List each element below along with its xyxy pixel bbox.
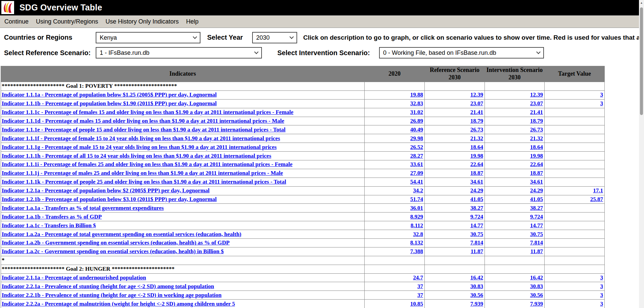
value-2020-link[interactable]: 28.27 xyxy=(410,153,423,159)
value-reference-2030-link[interactable]: 21.32 xyxy=(470,135,483,142)
value-2020-link[interactable]: 26.52 xyxy=(410,144,423,150)
indicator-link[interactable]: Indicator 1.1.1h - Percentage of all 15 … xyxy=(2,153,271,159)
value-target-link[interactable]: 3 xyxy=(600,274,603,281)
indicator-link[interactable]: Indicator 2.2.1a - Prevalence of stuntin… xyxy=(2,283,214,290)
value-reference-2030-link[interactable]: 9.724 xyxy=(470,214,483,220)
value-intervention-2030-link[interactable]: 7.814 xyxy=(530,239,543,246)
indicator-link[interactable]: Indicator 1.1.1k - Percentage of people … xyxy=(2,179,286,185)
value-intervention-2030-link[interactable]: 30.75 xyxy=(530,231,543,237)
value-2020-link[interactable]: 26.89 xyxy=(410,118,423,124)
indicator-link[interactable]: Indicator 1.a.2b - Government spending o… xyxy=(2,239,230,246)
value-2020-link[interactable]: 8.112 xyxy=(411,222,423,229)
value-intervention-2030-link[interactable]: 16.42 xyxy=(530,274,543,281)
indicator-link[interactable]: Indicator 1.a.1c - Transfers in Billion … xyxy=(2,222,96,229)
value-2020-link[interactable]: 32.8 xyxy=(413,231,423,237)
value-2020-link[interactable]: 24.7 xyxy=(413,274,423,281)
value-intervention-2030-link[interactable]: 11.87 xyxy=(531,248,543,255)
value-reference-2030-link[interactable]: 22.64 xyxy=(470,161,483,167)
value-2020-link[interactable]: 7.388 xyxy=(410,248,423,255)
country-select[interactable]: Kenya xyxy=(96,32,200,43)
indicator-link[interactable]: Indicator 1.1.1c - Percentage of females… xyxy=(2,109,293,115)
value-2020-link[interactable]: 8.929 xyxy=(410,214,423,220)
value-intervention-2030-link[interactable]: 26.73 xyxy=(530,126,543,133)
value-target-link[interactable]: 3 xyxy=(600,301,603,307)
indicator-link[interactable]: Indicator 2.2.2a - Percentage of malnutr… xyxy=(2,301,235,307)
value-2020-link[interactable]: 54.41 xyxy=(410,179,423,185)
year-select[interactable]: 2030 xyxy=(252,32,297,43)
value-reference-2030-link[interactable]: 23.07 xyxy=(470,100,483,107)
value-reference-2030-link[interactable]: 7.814 xyxy=(470,239,483,246)
value-target-link[interactable]: 3 xyxy=(600,91,603,98)
indicator-link[interactable]: Indicator 1.a.1b - Transfers as % of GDP xyxy=(2,214,102,220)
value-2020-link[interactable]: 37 xyxy=(417,283,423,290)
indicator-link[interactable]: Indicator 1.1.1i - Percentage of females… xyxy=(2,161,292,167)
value-2020-link[interactable]: 51.74 xyxy=(410,196,423,202)
value-reference-2030-link[interactable]: 30.83 xyxy=(470,283,483,290)
value-intervention-2030-link[interactable]: 23.07 xyxy=(530,100,543,107)
indicator-link[interactable]: Indicator 1.a.2c - Government spending o… xyxy=(2,248,224,255)
intervention-scenario-select[interactable]: 0 - Working File, based on IFsBase.run.d… xyxy=(379,47,544,59)
value-intervention-2030-link[interactable]: 38.27 xyxy=(530,205,543,211)
value-intervention-2030-link[interactable]: 12.39 xyxy=(530,91,543,98)
value-reference-2030-link[interactable]: 11.87 xyxy=(471,248,483,255)
menu-item-continue[interactable]: Continue xyxy=(4,18,29,25)
value-2020-link[interactable]: 40.49 xyxy=(410,126,423,133)
value-reference-2030-link[interactable]: 18.87 xyxy=(470,170,483,176)
menu-item-help[interactable]: Help xyxy=(186,18,198,25)
value-2020-link[interactable]: 27.09 xyxy=(410,170,423,176)
value-reference-2030-link[interactable]: 12.39 xyxy=(470,91,483,98)
indicator-link[interactable]: Indicator 2.1.1a - Percentage of underno… xyxy=(2,274,146,281)
scroll-up-arrow-icon[interactable]: ▲ xyxy=(639,0,644,6)
value-target-link[interactable]: 17.1 xyxy=(593,187,603,194)
scrollbar-thumb[interactable] xyxy=(640,7,643,115)
value-target-link[interactable]: 3 xyxy=(600,292,603,298)
reference-scenario-select[interactable]: 1 - IFsBase.run.db xyxy=(96,47,262,59)
value-target-link[interactable]: 3 xyxy=(600,283,603,290)
vertical-scrollbar[interactable]: ▲ xyxy=(639,0,644,308)
value-2020-link[interactable]: 32.83 xyxy=(410,100,423,107)
indicator-link[interactable]: Indicator 1.1.1f - Percentage of female … xyxy=(2,135,280,142)
value-intervention-2030-link[interactable]: 18.87 xyxy=(530,170,543,176)
indicator-link[interactable]: Indicator 1.1.1g - Percentage of male 15… xyxy=(2,144,277,150)
indicator-link[interactable]: Indicator 1.1.1b - Percentage of populat… xyxy=(2,100,217,107)
value-2020-link[interactable]: 37 xyxy=(417,292,423,298)
indicator-link[interactable]: Indicator 1.2.1b - Percentage of populat… xyxy=(2,196,217,202)
value-target-link[interactable]: 25.87 xyxy=(590,196,603,202)
indicator-link[interactable]: Indicator 1.2.1a - Percentage of populat… xyxy=(2,187,210,194)
value-reference-2030-link[interactable]: 18.64 xyxy=(470,144,483,150)
value-2020-link[interactable]: 29.98 xyxy=(410,135,423,142)
value-2020-link[interactable]: 34.2 xyxy=(413,187,423,194)
value-intervention-2030-link[interactable]: 18.79 xyxy=(530,118,543,124)
value-reference-2030-link[interactable]: 14.77 xyxy=(470,222,483,229)
value-reference-2030-link[interactable]: 26.73 xyxy=(470,126,483,133)
value-intervention-2030-link[interactable]: 19.98 xyxy=(530,153,543,159)
value-reference-2030-link[interactable]: 41.05 xyxy=(470,196,483,202)
value-reference-2030-link[interactable]: 30.56 xyxy=(470,292,483,298)
value-reference-2030-link[interactable]: 34.61 xyxy=(470,179,483,185)
value-intervention-2030-link[interactable]: 30.83 xyxy=(530,283,543,290)
value-intervention-2030-link[interactable]: 34.61 xyxy=(530,179,543,185)
value-reference-2030-link[interactable]: 16.42 xyxy=(470,274,483,281)
indicator-link[interactable]: Indicator 1.a.1a - Transfers as % of tot… xyxy=(2,205,164,211)
value-intervention-2030-link[interactable]: 9.724 xyxy=(530,214,543,220)
value-2020-link[interactable]: 31.02 xyxy=(410,109,423,115)
value-intervention-2030-link[interactable]: 21.32 xyxy=(530,135,543,142)
value-2020-link[interactable]: 36.01 xyxy=(410,205,423,211)
value-reference-2030-link[interactable]: 19.98 xyxy=(470,153,483,159)
menu-item-use-history-only-indicators[interactable]: Use History Only Indicators xyxy=(105,18,179,25)
value-reference-2030-link[interactable]: 7.939 xyxy=(470,301,483,307)
value-2020-link[interactable]: 10.85 xyxy=(410,301,423,307)
value-intervention-2030-link[interactable]: 18.64 xyxy=(530,144,543,150)
value-intervention-2030-link[interactable]: 7.939 xyxy=(530,301,543,307)
value-reference-2030-link[interactable]: 21.41 xyxy=(470,109,483,115)
indicator-link[interactable]: Indicator 1.1.1d - Percentage of males 1… xyxy=(2,118,284,124)
value-reference-2030-link[interactable]: 24.29 xyxy=(470,187,483,194)
value-intervention-2030-link[interactable]: 41.05 xyxy=(530,196,543,202)
indicator-link[interactable]: Indicator 1.1.1a - Percentage of populat… xyxy=(2,91,217,98)
indicator-link[interactable]: Indicator 1.1.1e - Percentage of people … xyxy=(2,126,285,133)
value-2020-link[interactable]: 19.88 xyxy=(410,91,423,98)
value-reference-2030-link[interactable]: 38.27 xyxy=(470,205,483,211)
value-reference-2030-link[interactable]: 18.79 xyxy=(470,118,483,124)
menu-item-using-country-regions[interactable]: Using Country/Regions xyxy=(36,18,98,25)
value-2020-link[interactable]: 8.132 xyxy=(410,239,423,246)
